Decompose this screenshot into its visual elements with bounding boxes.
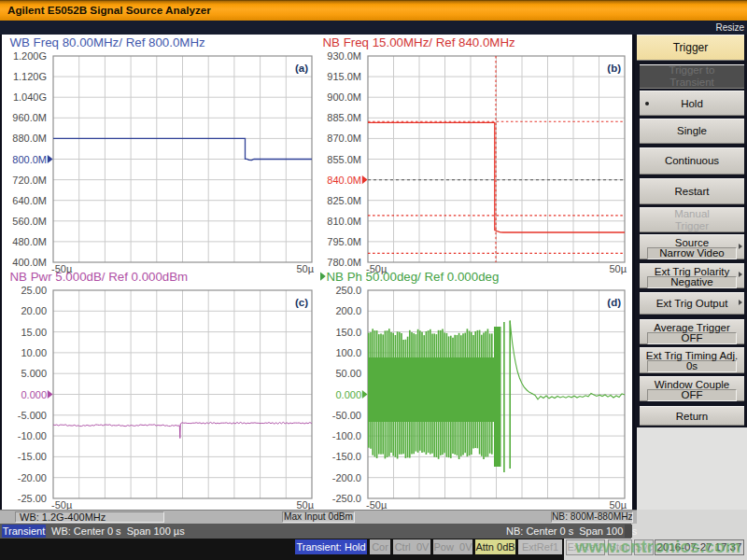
- svg-text:-25.00: -25.00: [18, 493, 47, 504]
- svg-text:1.200G: 1.200G: [13, 50, 47, 62]
- svg-text:-100.0: -100.0: [332, 430, 361, 441]
- svg-text:855.0M: 855.0M: [327, 154, 361, 165]
- svg-text:560.0M: 560.0M: [12, 216, 47, 227]
- svg-text:870.0M: 870.0M: [327, 133, 361, 144]
- svg-text:-150.0: -150.0: [332, 451, 361, 462]
- svg-text:885.0M: 885.0M: [327, 112, 361, 123]
- svg-text:50.00: 50.00: [335, 368, 361, 379]
- svg-text:150.0: 150.0: [335, 327, 361, 338]
- svg-text:480.0M: 480.0M: [12, 236, 47, 247]
- svg-text:-200.0: -200.0: [332, 472, 361, 483]
- svg-text:0.000: 0.000: [335, 389, 361, 400]
- svg-text:-5.000: -5.000: [18, 410, 47, 421]
- svg-text:-50.00: -50.00: [332, 410, 361, 421]
- svg-text:1.040G: 1.040G: [13, 91, 47, 103]
- svg-text:WB Freq 80.00MHz/ Ref 800.0MHz: WB Freq 80.00MHz/ Ref 800.0MHz: [10, 35, 205, 49]
- svg-text:930.0M: 930.0M: [327, 50, 361, 62]
- svg-text:1.120G: 1.120G: [13, 71, 47, 82]
- svg-text:915.0M: 915.0M: [327, 71, 361, 82]
- svg-text:0.000: 0.000: [21, 389, 47, 400]
- svg-text:-10.00: -10.00: [18, 430, 47, 441]
- svg-text:780.0M: 780.0M: [327, 257, 361, 268]
- svg-text:795.0M: 795.0M: [327, 236, 361, 247]
- svg-text:250.0: 250.0: [335, 285, 361, 296]
- svg-text:100.0: 100.0: [335, 347, 361, 358]
- svg-text:20.00: 20.00: [21, 305, 47, 316]
- svg-text:840.0M: 840.0M: [327, 175, 361, 186]
- svg-text:-15.00: -15.00: [18, 451, 47, 462]
- svg-text:720.0M: 720.0M: [12, 175, 47, 186]
- svg-text:NB Pwr 5.000dB/ Ref 0.000dBm: NB Pwr 5.000dB/ Ref 0.000dBm: [10, 270, 189, 284]
- svg-text:880.0M: 880.0M: [12, 133, 47, 144]
- svg-text:15.00: 15.00: [21, 327, 47, 338]
- svg-text:50µ: 50µ: [296, 263, 314, 274]
- svg-text:25.00: 25.00: [21, 285, 47, 296]
- svg-text:NB Ph 50.00deg/ Ref 0.000deg: NB Ph 50.00deg/ Ref 0.000deg: [327, 270, 500, 284]
- svg-text:960.0M: 960.0M: [12, 112, 47, 123]
- svg-text:-250.0: -250.0: [332, 493, 361, 504]
- svg-text:(a): (a): [295, 63, 308, 74]
- svg-text:810.0M: 810.0M: [327, 216, 361, 227]
- svg-text:825.0M: 825.0M: [327, 195, 361, 206]
- svg-text:NB Freq 15.00MHz/ Ref 840.0MHz: NB Freq 15.00MHz/ Ref 840.0MHz: [323, 35, 515, 49]
- svg-text:640.0M: 640.0M: [12, 195, 47, 206]
- svg-text:5.000: 5.000: [21, 368, 47, 379]
- svg-text:900.0M: 900.0M: [327, 91, 361, 103]
- svg-text:50µ: 50µ: [609, 263, 627, 274]
- svg-text:-20.00: -20.00: [18, 472, 47, 483]
- svg-text:400.0M: 400.0M: [12, 257, 47, 268]
- svg-text:(d): (d): [607, 297, 621, 308]
- svg-text:(b): (b): [607, 63, 621, 74]
- svg-text:10.00: 10.00: [21, 347, 47, 358]
- svg-text:800.0M: 800.0M: [12, 154, 47, 165]
- svg-text:(c): (c): [295, 297, 308, 308]
- svg-text:200.0: 200.0: [335, 305, 361, 316]
